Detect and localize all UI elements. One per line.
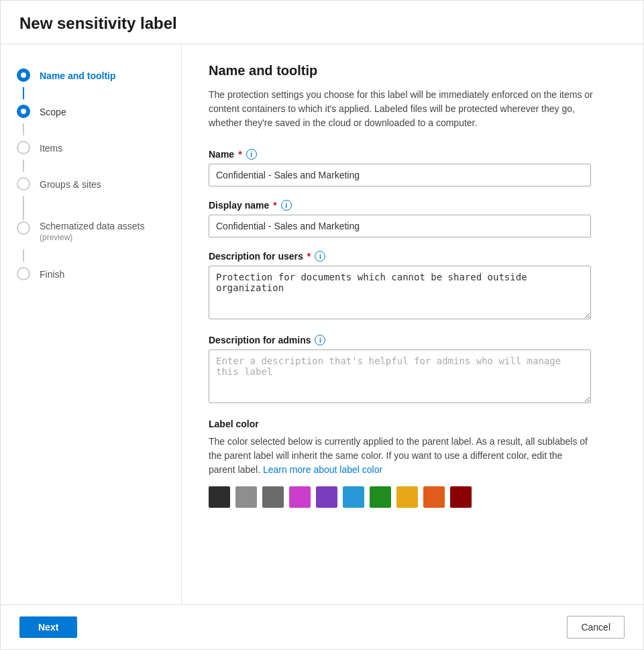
color-swatch-6[interactable] [370,486,391,508]
cancel-button[interactable]: Cancel [567,616,625,639]
desc-users-info-icon[interactable]: i [315,251,325,262]
color-swatch-1[interactable] [235,486,257,508]
display-name-field-label: Display name * i [209,200,616,211]
step-label-schematized: Schematized data assets [40,220,144,231]
desc-users-field-group: Description for users * i Protection for… [209,251,616,321]
step-circle-finish [17,267,30,280]
color-swatch-3[interactable] [289,486,311,508]
step-circle-scope [17,105,30,118]
sidebar: Name and tooltip Scope [1,44,182,604]
display-name-info-icon[interactable]: i [281,200,292,211]
step-circle-name-and-tooltip [17,68,30,82]
color-swatch-4[interactable] [316,486,337,508]
intro-description: The protection settings you choose for t… [209,88,598,130]
step-circle-groups-sites [17,177,30,191]
step-label-scope: Scope [40,106,66,117]
desc-users-input[interactable]: Protection for documents which cannot be… [209,266,591,319]
desc-admins-field-label: Description for admins i [209,335,616,345]
step-label-finish: Finish [40,268,64,280]
page-header: New sensitivity label [1,1,643,44]
sidebar-item-name-and-tooltip[interactable]: Name and tooltip [1,63,181,87]
label-color-description: The color selected below is currently ap… [209,435,591,477]
name-field-label: Name * i [209,149,616,160]
color-swatches [209,486,616,508]
color-swatch-8[interactable] [423,486,445,508]
page-footer: Next Cancel [1,604,643,649]
color-swatch-9[interactable] [450,486,472,508]
display-name-input[interactable] [209,215,591,237]
section-title: Name and tooltip [209,63,616,78]
color-swatch-2[interactable] [262,486,284,508]
step-circle-items [17,141,30,154]
color-swatch-0[interactable] [209,486,230,508]
display-name-field-group: Display name * i [209,200,616,237]
step-label-items: Items [40,142,62,154]
label-color-section: Label color The color selected below is … [209,419,616,508]
color-swatch-7[interactable] [396,486,418,508]
main-content: Name and tooltip The protection settings… [182,44,643,604]
desc-admins-field-group: Description for admins i [209,335,616,405]
step-sublabel-schematized: (preview) [40,233,72,242]
label-color-link[interactable]: Learn more about label color [263,464,382,475]
color-swatch-5[interactable] [343,486,364,508]
sidebar-item-groups-sites[interactable]: Groups & sites [1,172,181,196]
step-label-name-and-tooltip: Name and tooltip [40,70,116,81]
desc-users-field-label: Description for users * i [209,251,616,262]
label-color-title: Label color [209,419,616,429]
desc-admins-input[interactable] [209,349,591,403]
name-info-icon[interactable]: i [246,149,257,160]
step-label-groups-sites: Groups & sites [40,178,101,190]
sidebar-item-scope[interactable]: Scope [1,99,181,123]
sidebar-item-schematized[interactable]: Schematized data assets (preview) [1,220,181,250]
step-circle-schematized [17,221,30,235]
desc-admins-info-icon[interactable]: i [315,335,325,345]
next-button[interactable]: Next [19,616,77,638]
name-input[interactable] [209,164,591,186]
name-field-group: Name * i [209,149,616,186]
sidebar-item-items[interactable]: Items [1,136,181,160]
page-title: New sensitivity label [19,14,625,33]
sidebar-item-finish[interactable]: Finish [1,262,181,286]
